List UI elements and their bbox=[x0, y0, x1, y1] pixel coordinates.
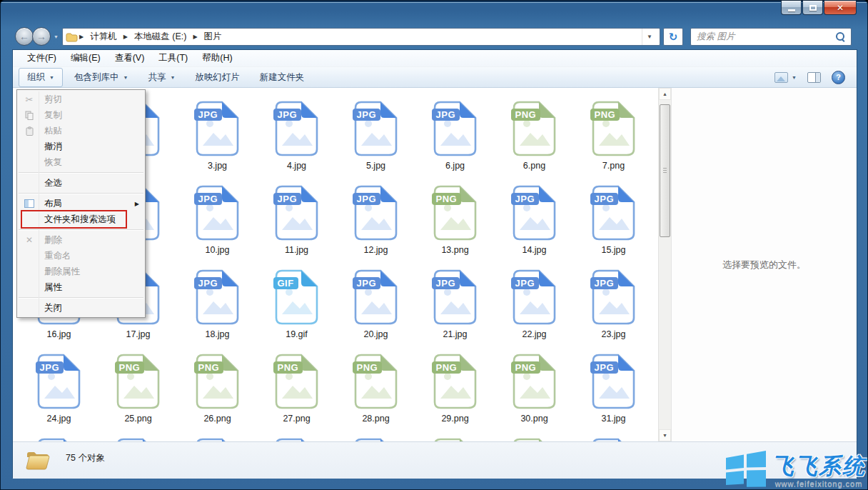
menu-item[interactable]: ✂剪切 bbox=[17, 91, 145, 107]
file-item[interactable]: PNG27.png bbox=[257, 351, 336, 435]
toolbar-button[interactable]: 组织▼ bbox=[19, 68, 63, 87]
file-item[interactable]: PNG29.png bbox=[415, 351, 495, 435]
file-item[interactable]: JPG12.jpg bbox=[336, 182, 415, 266]
menu-item[interactable]: 属性 bbox=[17, 279, 145, 295]
toolbar-buttons: 组织▼包含到库中▼共享▼放映幻灯片新建文件夹 bbox=[19, 68, 313, 87]
breadcrumb-item[interactable]: 图片 bbox=[201, 29, 226, 44]
file-label: 17.jpg bbox=[126, 329, 150, 340]
file-item[interactable]: JPG bbox=[257, 435, 336, 441]
file-item[interactable]: JPG31.jpg bbox=[574, 351, 653, 435]
menu-item[interactable]: 全选 bbox=[17, 175, 145, 191]
file-item[interactable]: JPG10.jpg bbox=[178, 182, 257, 266]
file-type-badge: PNG bbox=[590, 109, 620, 121]
menubar-item[interactable]: 编辑(E) bbox=[64, 50, 108, 66]
search-icon[interactable] bbox=[836, 32, 845, 41]
file-item[interactable]: PNG7.png bbox=[574, 98, 653, 182]
file-label: 26.png bbox=[203, 414, 231, 424]
menu-item-label: 全选 bbox=[41, 177, 145, 189]
file-item[interactable]: JPG15.jpg bbox=[574, 182, 653, 266]
file-item[interactable]: JPG6.jpg bbox=[415, 98, 495, 182]
file-label: 30.png bbox=[520, 414, 547, 424]
search-input[interactable]: 搜索 图片 bbox=[690, 28, 852, 46]
file-item[interactable]: JPG bbox=[336, 435, 415, 441]
menu-item[interactable]: 重命名 bbox=[17, 248, 145, 264]
file-item[interactable]: PNG6.png bbox=[495, 98, 574, 182]
menu-item[interactable]: 删除属性 bbox=[17, 264, 145, 279]
close-button[interactable]: ✕ bbox=[824, 1, 857, 15]
menu-item[interactable]: 撤消 bbox=[17, 139, 145, 154]
file-item[interactable]: PNG bbox=[415, 435, 495, 441]
address-bar[interactable]: ▶计算机▶本地磁盘 (E:)▶图片 ▼ bbox=[62, 28, 660, 46]
menu-item[interactable]: 布局▶ bbox=[17, 196, 145, 211]
file-item[interactable]: JPG bbox=[574, 435, 653, 441]
file-type-badge: JPG bbox=[511, 277, 540, 289]
toolbar-button[interactable]: 放映幻灯片 bbox=[186, 68, 248, 87]
breadcrumb-item[interactable]: 本地磁盘 (E:) bbox=[131, 29, 191, 44]
vertical-scrollbar[interactable]: ▲ ▼ bbox=[658, 88, 671, 441]
back-button[interactable]: ← bbox=[15, 27, 34, 46]
file-item[interactable]: JPG bbox=[178, 435, 257, 441]
file-icon: JPG bbox=[354, 101, 398, 156]
menu-item[interactable]: 恢复 bbox=[17, 154, 145, 170]
menubar-item[interactable]: 查看(V) bbox=[108, 50, 152, 66]
file-item[interactable]: JPG21.jpg bbox=[415, 266, 495, 351]
file-item[interactable]: GIF19.gif bbox=[257, 266, 336, 351]
menu-item[interactable]: 粘贴 bbox=[17, 123, 145, 139]
change-view-button[interactable]: ▼ bbox=[774, 72, 797, 83]
toolbar-button[interactable]: 共享▼ bbox=[139, 68, 183, 87]
preview-pane-button[interactable] bbox=[807, 72, 821, 83]
file-type-badge: PNG bbox=[432, 193, 462, 205]
file-item[interactable]: JPG24.jpg bbox=[19, 351, 99, 435]
history-dropdown-button[interactable]: ▼ bbox=[54, 34, 59, 39]
file-item[interactable]: JPG22.jpg bbox=[495, 266, 574, 351]
breadcrumb-item[interactable]: 计算机 bbox=[86, 29, 121, 44]
file-item[interactable]: PNG30.png bbox=[495, 351, 574, 435]
file-item[interactable]: PNG28.png bbox=[336, 351, 415, 435]
file-item[interactable]: JPG14.jpg bbox=[495, 182, 574, 266]
file-item[interactable]: JPG3.jpg bbox=[178, 98, 257, 182]
file-item[interactable]: JPG11.jpg bbox=[257, 182, 336, 266]
menu-item[interactable]: 复制 bbox=[17, 107, 145, 123]
menu-item-label: 复制 bbox=[41, 109, 145, 121]
file-icon: JPG bbox=[513, 185, 557, 241]
file-item[interactable]: JPG20.jpg bbox=[336, 266, 415, 351]
menu-separator bbox=[19, 297, 143, 298]
chevron-down-icon: ▼ bbox=[123, 75, 128, 80]
file-item[interactable]: PNG25.png bbox=[99, 351, 178, 435]
file-label: 28.png bbox=[362, 414, 389, 424]
menu-item-label: 属性 bbox=[41, 281, 145, 294]
scroll-up-button[interactable]: ▲ bbox=[659, 88, 671, 100]
file-type-badge: JPG bbox=[511, 193, 540, 205]
file-item[interactable]: JPG23.jpg bbox=[574, 266, 653, 351]
file-item[interactable]: PNG bbox=[495, 435, 574, 441]
forward-button[interactable]: → bbox=[32, 27, 51, 46]
file-item[interactable]: PNG26.png bbox=[178, 351, 257, 435]
file-icon: PNG bbox=[196, 354, 240, 409]
chevron-down-icon: ▼ bbox=[792, 75, 797, 80]
file-item[interactable]: JPG5.jpg bbox=[336, 98, 415, 182]
file-item[interactable]: JPG bbox=[99, 435, 178, 441]
maximize-button[interactable] bbox=[802, 1, 823, 15]
toolbar-button[interactable]: 包含到库中▼ bbox=[66, 68, 136, 87]
file-label: 5.jpg bbox=[366, 161, 385, 171]
minimize-button[interactable] bbox=[781, 1, 802, 15]
menu-item[interactable]: ✕删除 bbox=[17, 232, 145, 248]
scroll-thumb[interactable] bbox=[660, 104, 670, 237]
menubar-item[interactable]: 文件(F) bbox=[20, 50, 64, 66]
address-dropdown-button[interactable]: ▼ bbox=[642, 29, 657, 45]
help-button[interactable]: ? bbox=[832, 71, 845, 84]
menu-item[interactable]: 关闭 bbox=[17, 300, 145, 316]
scroll-down-button[interactable]: ▼ bbox=[659, 429, 671, 441]
toolbar-button[interactable]: 新建文件夹 bbox=[251, 68, 313, 87]
toolbar-button-label: 包含到库中 bbox=[74, 71, 119, 84]
file-item[interactable]: PNG13.png bbox=[415, 182, 495, 266]
menubar-item[interactable]: 工具(T) bbox=[151, 50, 195, 66]
refresh-button[interactable]: ↻ bbox=[663, 28, 683, 46]
submenu-arrow-icon: ▶ bbox=[135, 201, 145, 207]
file-item[interactable]: JPG4.jpg bbox=[257, 98, 336, 182]
menu-separator bbox=[19, 172, 143, 173]
menu-item[interactable]: 文件夹和搜索选项 bbox=[17, 211, 145, 227]
menubar-item[interactable]: 帮助(H) bbox=[195, 50, 239, 66]
file-item[interactable]: JPG bbox=[19, 435, 99, 441]
file-item[interactable]: JPG18.jpg bbox=[178, 266, 257, 351]
